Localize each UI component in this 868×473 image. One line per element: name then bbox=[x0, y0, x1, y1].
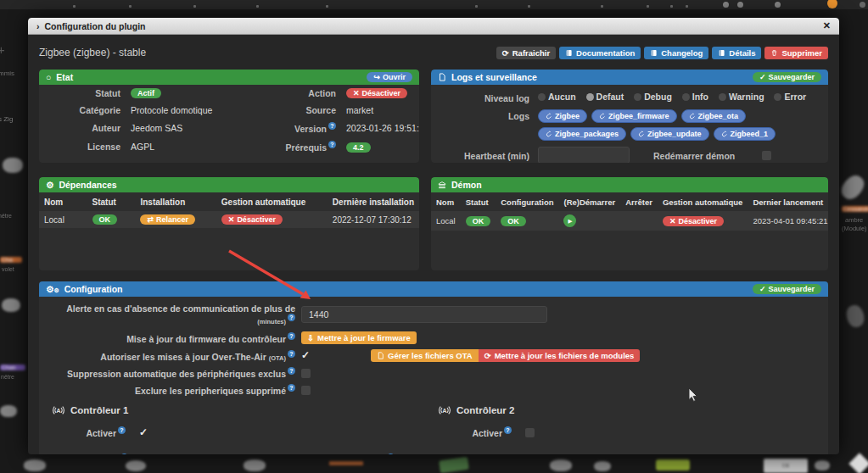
col-nom: Nom bbox=[431, 192, 461, 211]
logs-panel: Logs et surveillance ✓Sauvegarder Niveau… bbox=[431, 70, 828, 163]
bg-text-fragment: s Zig bbox=[0, 115, 13, 123]
play-icon: ▶ bbox=[568, 218, 572, 225]
retweet-icon: ⇄ bbox=[147, 215, 154, 224]
help-icon[interactable]: ? bbox=[118, 426, 126, 434]
log-file-zigbee-ota[interactable]: Zigbee_ota bbox=[681, 109, 747, 123]
col-gestion: Gestion automatique bbox=[658, 192, 748, 211]
open-button[interactable]: ↪Ouvrir bbox=[367, 72, 412, 82]
help-icon[interactable]: ? bbox=[328, 122, 336, 130]
clipped-next-row: ? ? bbox=[48, 450, 820, 454]
firmware-label: Mise à jour du firmware du contrôleur? bbox=[48, 332, 301, 344]
avatar[interactable] bbox=[827, 0, 837, 8]
log-file-zigbeed-1[interactable]: Zigbeed_1 bbox=[714, 127, 776, 141]
controller-1-activer-checkbox[interactable]: ✓ bbox=[139, 428, 148, 437]
bg-text-fragment: ambre bbox=[845, 216, 863, 224]
log-file-zigbee-packages[interactable]: Zigbee_packages bbox=[538, 127, 626, 141]
download-icon: ⇩ bbox=[307, 333, 314, 342]
col-gestion: Gestion automatique bbox=[216, 192, 328, 211]
controller-2-activer-checkbox[interactable] bbox=[525, 428, 535, 437]
auteur-label: Auteur bbox=[48, 123, 120, 133]
restart-daemon-play-button[interactable]: ▶ bbox=[563, 214, 576, 227]
help-icon[interactable]: ? bbox=[288, 332, 295, 340]
relaunch-button[interactable]: ⇄Relancer bbox=[140, 214, 195, 225]
log-level-defaut[interactable]: Defaut bbox=[586, 92, 624, 102]
log-file-zigbee-update[interactable]: Zigbee_update bbox=[630, 127, 709, 141]
heartbeat-input[interactable] bbox=[538, 147, 630, 163]
help-icon[interactable]: ? bbox=[387, 454, 395, 454]
log-level-debug[interactable]: Debug bbox=[634, 92, 672, 102]
bg-blob bbox=[244, 459, 266, 471]
dependances-panel-header: ⚙ Dépendances bbox=[39, 177, 419, 192]
check-icon: ✓ bbox=[759, 285, 766, 293]
log-level-error[interactable]: Error bbox=[774, 92, 806, 102]
documentation-button[interactable]: Documentation bbox=[559, 47, 641, 59]
bg-text-fragment: volet bbox=[2, 266, 14, 272]
disable-plugin-button[interactable]: ✕Désactiver bbox=[346, 88, 407, 98]
col-configuration: Configuration bbox=[496, 192, 558, 211]
plugin-config-modal: › Configuration du plugin ✕ Zigbee (zigb… bbox=[28, 18, 839, 454]
changelog-button[interactable]: Changelog bbox=[644, 47, 708, 59]
help-icon[interactable]: ? bbox=[328, 141, 336, 148]
user-icon[interactable] bbox=[860, 2, 865, 8]
alert-minutes-input[interactable] bbox=[301, 306, 547, 323]
demon-nom: Local bbox=[431, 211, 461, 231]
paperclip-icon bbox=[599, 113, 606, 120]
menu-fragment bbox=[647, 5, 649, 8]
log-file-zigbee[interactable]: Zigbee bbox=[538, 109, 587, 123]
etat-panel-header: ○ Etat ↪Ouvrir bbox=[39, 70, 419, 85]
exclure-checkbox[interactable] bbox=[301, 386, 311, 395]
bell-icon[interactable] bbox=[737, 2, 743, 8]
health-icon[interactable] bbox=[723, 2, 729, 8]
restart-daemon-label: Redémarrer démon bbox=[653, 149, 743, 161]
save-configuration-button[interactable]: ✓Sauvegarder bbox=[753, 284, 821, 294]
details-button[interactable]: Détails bbox=[712, 47, 761, 59]
ota-checkbox[interactable]: ✓ bbox=[301, 351, 310, 360]
suppression-checkbox[interactable] bbox=[301, 369, 311, 378]
bg-blob bbox=[24, 459, 46, 471]
help-icon[interactable]: ? bbox=[288, 367, 295, 375]
bg-text-fragment: Cessandr bbox=[842, 206, 868, 212]
bg-blob bbox=[3, 158, 23, 173]
save-logs-button[interactable]: ✓Sauvegarder bbox=[753, 72, 821, 82]
demon-status-badge: OK bbox=[466, 216, 491, 226]
menu-fragment bbox=[670, 5, 673, 8]
refresh-button[interactable]: ⟳Rafraichir bbox=[496, 47, 556, 59]
message-icon[interactable] bbox=[775, 2, 781, 8]
controller-2-title: Contrôleur 2 bbox=[434, 404, 820, 416]
book-icon bbox=[650, 49, 658, 57]
menu-fragment bbox=[129, 5, 132, 8]
help-icon[interactable]: ? bbox=[288, 314, 295, 321]
log-level-warning[interactable]: Warning bbox=[719, 92, 764, 102]
etat-panel: ○ Etat ↪Ouvrir Statut Actif Action ✕Désa… bbox=[39, 70, 419, 163]
help-icon[interactable]: ? bbox=[120, 454, 128, 454]
col-derniere: Dernière installation bbox=[328, 192, 419, 211]
log-file-zigbee-firmware[interactable]: Zigbee_firmware bbox=[591, 109, 677, 123]
restart-daemon-checkbox[interactable] bbox=[762, 151, 771, 160]
bg-blob bbox=[815, 460, 830, 470]
menu-fragment bbox=[256, 5, 259, 8]
table-row: Local OK ⇄Relancer ✕Désactiver 2022-12-0… bbox=[39, 211, 419, 228]
share-icon: ↪ bbox=[373, 73, 380, 81]
manage-ota-files-button[interactable]: Gérer les fichiers OTA bbox=[371, 349, 479, 362]
auteur-value: Jeedom SAS bbox=[131, 123, 231, 133]
close-icon[interactable]: ✕ bbox=[823, 20, 831, 31]
delete-button[interactable]: Supprimer bbox=[764, 47, 828, 59]
help-icon[interactable]: ? bbox=[288, 384, 295, 392]
update-firmware-button[interactable]: ⇩Mettre à jour le firmware bbox=[301, 331, 417, 344]
update-module-files-button[interactable]: ⟳Mettre à jour les fichiers de modules bbox=[479, 349, 641, 362]
help-icon[interactable]: ? bbox=[288, 350, 295, 358]
log-level-info[interactable]: Info bbox=[682, 92, 708, 102]
license-label: License bbox=[48, 142, 120, 152]
table-row: Local OK OK ▶ ✕Désactiver 2023-04-01 09:… bbox=[431, 211, 828, 231]
suppression-label: Suppression automatique des périphérique… bbox=[48, 367, 301, 379]
bg-blob bbox=[329, 461, 363, 465]
paperclip-icon bbox=[721, 131, 728, 137]
demon-disable-button[interactable]: ✕Désactiver bbox=[663, 216, 724, 226]
plugin-toolbar: ⟳Rafraichir Documentation Changelog Déta… bbox=[496, 47, 828, 59]
demon-config-badge: OK bbox=[501, 216, 526, 226]
file-icon bbox=[377, 352, 384, 359]
controller-1-section: Contrôleur 1 Activer? ✓ bbox=[48, 404, 434, 438]
dep-disable-button[interactable]: ✕Désactiver bbox=[221, 214, 283, 225]
log-level-aucun[interactable]: Aucun bbox=[538, 92, 576, 102]
help-icon[interactable]: ? bbox=[504, 426, 512, 434]
